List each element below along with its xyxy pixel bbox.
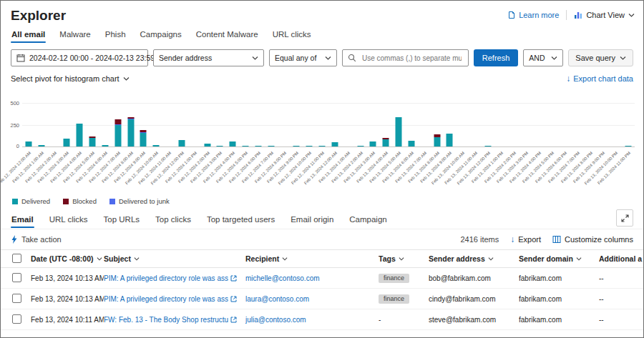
export-button[interactable]: ↓ Export [510,235,541,244]
bar-segment-delivered[interactable] [370,141,376,146]
take-action-button[interactable]: Take action [11,235,62,244]
open-in-new-icon[interactable] [230,317,237,323]
open-in-new-icon[interactable] [230,275,237,282]
column-header-recipient[interactable]: Recipient [245,254,379,263]
subject-link[interactable]: PIM: A privileged directory role was ass… [104,274,228,282]
bar-segment-delivered[interactable] [306,146,313,147]
row-checkbox[interactable] [12,273,21,282]
bar-segment-delivered[interactable] [268,146,274,147]
tab-email[interactable]: Email [11,212,34,229]
bar-segment-delivered[interactable] [293,146,300,147]
subject-link[interactable]: FW: Feb. 13 - The Body Shop restructures… [104,316,228,324]
column-header-tags[interactable]: Tags [379,254,429,263]
bar-segment-delivered[interactable] [625,146,632,147]
bar-segment-blocked[interactable] [434,134,440,137]
bar-segment-delivered[interactable] [64,139,70,146]
tab-top-clicks[interactable]: Top clicks [155,212,192,229]
bar-segment-delivered[interactable] [127,119,134,146]
tab-url-clicks[interactable]: URL clicks [49,212,89,229]
tab-all-email[interactable]: All email [11,26,46,44]
tab-url-clicks-primary[interactable]: URL clicks [272,26,312,44]
column-header-subject[interactable]: Subject [104,254,245,263]
export-chart-data-button[interactable]: ↓ Export chart data [566,74,633,83]
bar-segment-delivered[interactable] [38,145,44,146]
bar-segment-delivered[interactable] [217,146,223,147]
tag-badge[interactable]: finance [379,294,409,304]
bar-segment-blocked[interactable] [114,119,121,124]
primary-tabs: All email Malware Phish Campaigns Conten… [1,26,643,44]
recipient-link[interactable]: laura@contoso.com [245,295,309,303]
expand-table-button[interactable] [616,209,633,227]
learn-more-link[interactable]: Learn more [507,11,559,19]
export-chart-data-label: Export chart data [573,74,633,83]
bar-segment-delivered[interactable] [102,145,108,146]
bar-segment-delivered[interactable] [230,141,236,146]
bar-segment-delivered[interactable] [89,138,96,146]
table-row[interactable]: Feb 13, 2024 10:13 AM PIM: A privileged … [1,268,643,289]
tab-malware[interactable]: Malware [59,26,91,44]
table-row[interactable]: Feb 13, 2024 10:13 AM PIM: A privileged … [1,289,643,309]
filter-operator-dropdown[interactable]: Equal any of [269,49,337,66]
bar-segment-delivered[interactable] [77,124,83,146]
column-header-sender-address[interactable]: Sender address [429,254,519,263]
filter-value-input[interactable] [361,54,463,63]
bar-segment-delivered[interactable] [114,125,121,146]
tab-top-urls[interactable]: Top URLs [103,212,141,229]
bar-segment-delivered[interactable] [25,141,31,146]
select-all-checkbox[interactable] [12,254,21,263]
bar-segment-delivered[interactable] [255,146,261,147]
tab-phish[interactable]: Phish [104,26,127,44]
bar-segment-blocked[interactable] [140,130,147,132]
date-range-picker[interactable]: 2024-02-12 00:00 - 2024-02-13 23:59 [11,49,148,66]
filter-field-dropdown[interactable]: Sender address [153,49,264,66]
column-header-date[interactable]: Date (UTC -08:00) [31,254,104,263]
recipient-link[interactable]: julia@contoso.com [245,316,306,324]
bar-segment-delivered[interactable] [408,141,414,146]
recipient-link[interactable]: michelle@contoso.com [245,274,320,282]
row-checkbox[interactable] [12,294,21,303]
bar-segment-blocked[interactable] [383,138,389,139]
row-checkbox[interactable] [12,314,21,324]
bar-segment-delivered[interactable] [331,142,338,146]
bar-segment-delivered[interactable] [319,146,326,147]
bar-segment-blocked[interactable] [89,136,96,138]
sort-chevron-icon [488,257,494,261]
tab-email-origin[interactable]: Email origin [290,212,334,229]
y-axis-tick: 500 [2,100,19,106]
subject-link[interactable]: PIM: A privileged directory role was ass… [104,295,228,303]
save-query-button[interactable]: Save query [568,49,633,66]
bar-segment-delivered[interactable] [243,146,249,147]
filter-value-box [342,49,469,66]
expand-icon [621,214,629,222]
column-header-additional-actions[interactable]: Additional a [599,254,643,263]
header-actions: Learn more Chart View [507,10,635,20]
tab-campaigns[interactable]: Campaigns [140,26,182,44]
tab-content-malware[interactable]: Content Malware [195,26,259,44]
bar-segment-blocked[interactable] [127,117,134,119]
bar-segment-delivered[interactable] [383,139,389,146]
bar-segment-delivered[interactable] [140,133,147,146]
bar-segment-delivered[interactable] [357,146,364,147]
bar-segment-delivered[interactable] [434,137,440,146]
tab-top-targeted-users[interactable]: Top targeted users [206,212,275,229]
cell-subject: PIM: A privileged directory role was ass… [104,295,245,303]
tab-campaign[interactable]: Campaign [348,212,387,229]
bar-segment-delivered[interactable] [204,144,210,146]
open-in-new-icon[interactable] [230,296,237,302]
customize-columns-button[interactable]: Customize columns [552,235,633,244]
tag-badge[interactable]: finance [379,274,409,283]
bar-segment-delivered[interactable] [447,134,453,146]
column-label: Subject [104,254,131,263]
chart-view-selector[interactable]: Chart View [574,11,635,19]
column-label: Sender domain [519,254,573,263]
column-header-sender-domain[interactable]: Sender domain [519,254,599,263]
boolean-operator-dropdown[interactable]: AND [523,49,563,66]
bar-segment-delivered[interactable] [484,146,491,147]
bar-segment-delivered[interactable] [153,145,160,146]
table-row[interactable]: Feb 13, 2024 10:11 AM FW: Feb. 13 - The … [1,309,643,330]
filter-bar: 2024-02-12 00:00 - 2024-02-13 23:59 Send… [1,49,643,66]
bar-segment-delivered[interactable] [178,140,185,146]
refresh-button[interactable]: Refresh [474,49,519,66]
pivot-selector[interactable]: Select pivot for histogram chart [11,74,130,83]
bar-segment-delivered[interactable] [396,117,402,146]
